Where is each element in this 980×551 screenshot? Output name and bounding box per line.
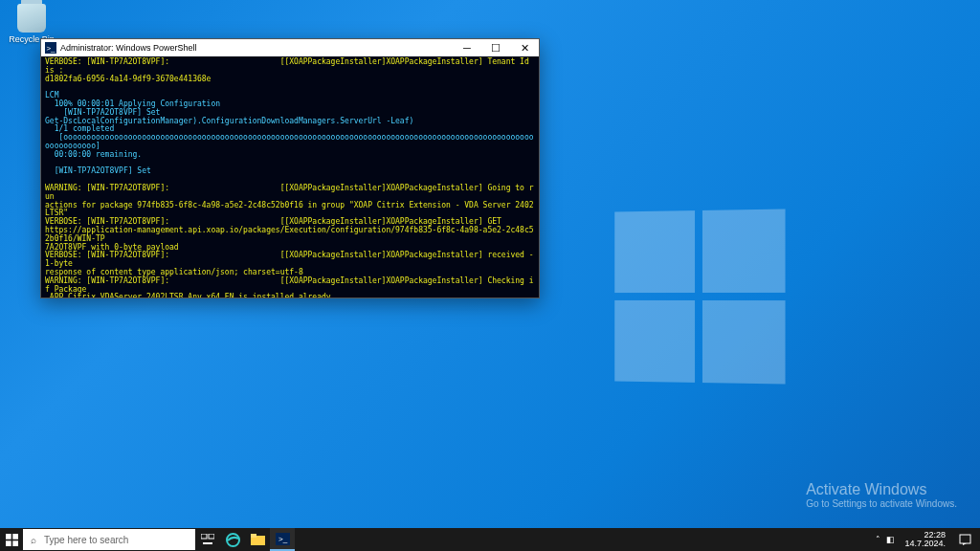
- recycle-bin-icon: [17, 4, 46, 33]
- search-placeholder: Type here to search: [44, 535, 128, 545]
- tray-chevron-icon[interactable]: ˄: [876, 535, 880, 544]
- edge-icon[interactable]: [220, 528, 245, 551]
- svg-text:>_: >_: [278, 535, 288, 543]
- start-button[interactable]: [0, 528, 23, 551]
- svg-rect-6: [203, 542, 212, 544]
- taskbar[interactable]: ⌕ Type here to search >_ ˄ ◧ 22:28 14.7.…: [0, 528, 980, 551]
- svg-rect-12: [960, 535, 970, 543]
- window-title: Administrator: Windows PowerShell: [60, 43, 453, 53]
- date-text: 14.7.2024.: [904, 540, 946, 548]
- svg-rect-3: [12, 540, 18, 546]
- powershell-window[interactable]: >_ Administrator: Windows PowerShell ─ ☐…: [40, 38, 540, 298]
- maximize-button[interactable]: ☐: [481, 42, 510, 55]
- system-tray[interactable]: ˄ ◧ 22:28 14.7.2024.: [876, 528, 980, 551]
- file-explorer-icon[interactable]: [245, 528, 270, 551]
- task-view-button[interactable]: [195, 528, 220, 551]
- powershell-taskbar-icon[interactable]: >_: [270, 528, 295, 551]
- svg-rect-0: [6, 534, 11, 540]
- activate-subtitle: Go to Settings to activate Windows.: [806, 498, 957, 509]
- clock[interactable]: 22:28 14.7.2024.: [901, 531, 949, 548]
- close-button[interactable]: ✕: [510, 42, 539, 55]
- powershell-icon: >_: [45, 42, 56, 54]
- svg-rect-2: [6, 540, 11, 546]
- notification-icon[interactable]: [955, 528, 974, 551]
- search-icon: ⌕: [23, 535, 44, 545]
- activate-title: Activate Windows: [806, 481, 957, 498]
- search-box[interactable]: ⌕ Type here to search: [23, 529, 195, 550]
- terminal-output[interactable]: VERBOSE: [WIN-TP7A2OT8VPF]: [[XOAPPackag…: [41, 56, 539, 298]
- svg-rect-9: [251, 534, 256, 538]
- svg-rect-4: [201, 534, 207, 539]
- svg-rect-1: [12, 534, 18, 540]
- activate-windows-watermark: Activate Windows Go to Settings to activ…: [806, 481, 957, 509]
- minimize-button[interactable]: ─: [453, 42, 481, 54]
- svg-rect-5: [209, 534, 214, 539]
- titlebar[interactable]: >_ Administrator: Windows PowerShell ─ ☐…: [41, 39, 539, 56]
- windows-logo-wallpaper: [614, 209, 785, 385]
- tray-app-icon[interactable]: ◧: [886, 535, 895, 544]
